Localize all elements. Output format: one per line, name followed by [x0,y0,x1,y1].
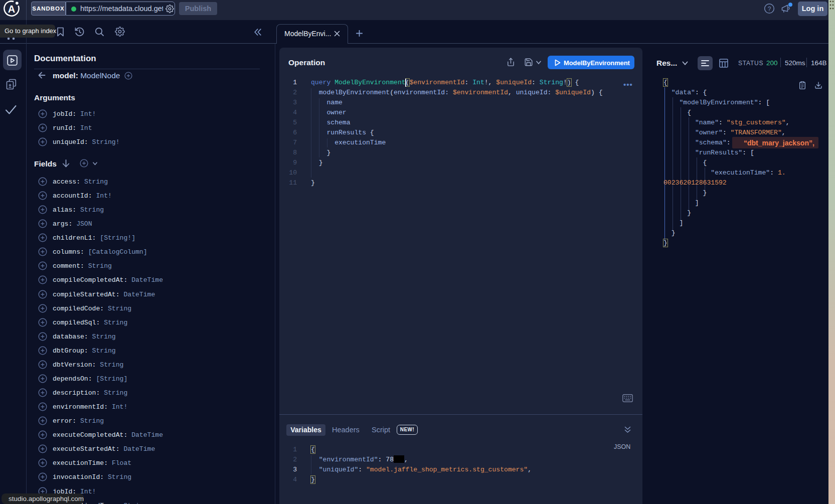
svg-text:?: ? [768,6,771,13]
svg-text:A: A [8,4,15,15]
